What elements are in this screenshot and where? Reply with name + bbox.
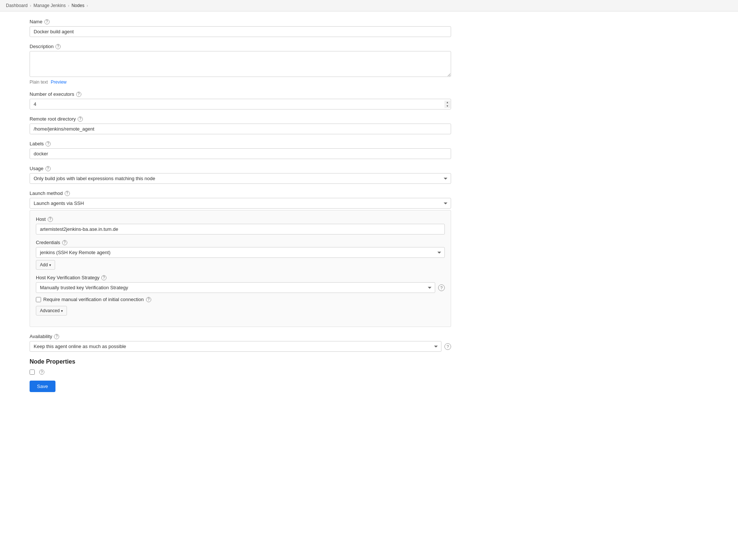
labels-help-icon[interactable]: ?: [45, 141, 51, 146]
breadcrumb-sep-3: ›: [87, 3, 88, 8]
node-properties-title: Node Properties: [30, 358, 451, 365]
executors-spinners: ▲ ▼: [444, 101, 450, 108]
host-key-select-row: Manually trusted key Verification Strate…: [36, 282, 445, 293]
host-label: Host: [36, 216, 46, 222]
name-label: Name: [30, 19, 43, 24]
credentials-select-wrapper: jenkins (SSH Key Remote agent): [36, 247, 445, 258]
usage-label-row: Usage ?: [30, 166, 451, 171]
save-button[interactable]: Save: [30, 381, 55, 392]
remote-root-label-row: Remote root directory ?: [30, 116, 451, 122]
executors-input[interactable]: [30, 99, 451, 109]
labels-label: Labels: [30, 141, 44, 146]
host-key-select[interactable]: Manually trusted key Verification Strate…: [36, 282, 435, 293]
executors-up[interactable]: ▲: [444, 101, 450, 104]
breadcrumb-dashboard[interactable]: Dashboard: [6, 3, 28, 8]
ssh-section: Host ? Credentials ? jenkins (SSH Key Re…: [30, 210, 451, 327]
host-key-extra-help-icon[interactable]: ?: [438, 284, 445, 291]
host-group: Host ?: [36, 216, 445, 235]
remote-root-help-icon[interactable]: ?: [78, 117, 83, 122]
availability-help-icon[interactable]: ?: [54, 334, 59, 339]
executors-help-icon[interactable]: ?: [76, 92, 81, 97]
description-label-row: Description ?: [30, 44, 451, 49]
launch-method-select-wrapper: Launch agents via SSH Launch agent by co…: [30, 198, 451, 209]
add-button-label: Add: [40, 262, 48, 267]
breadcrumb-manage-jenkins[interactable]: Manage Jenkins: [33, 3, 65, 8]
text-format-links: Plain text Preview: [30, 80, 451, 85]
host-key-label: Host Key Verification Strategy: [36, 275, 99, 280]
remote-root-group: Remote root directory ?: [30, 116, 451, 134]
require-manual-wrapper: Require manual verification of initial c…: [36, 297, 445, 302]
host-key-label-row: Host Key Verification Strategy ?: [36, 275, 445, 280]
require-manual-checkbox[interactable]: [36, 297, 41, 302]
preview-link[interactable]: Preview: [51, 80, 67, 85]
availability-label-row: Availability ?: [30, 334, 451, 339]
executors-label-row: Number of executors ?: [30, 91, 451, 97]
executors-down[interactable]: ▼: [444, 104, 450, 108]
host-help-icon[interactable]: ?: [48, 217, 53, 222]
usage-help-icon[interactable]: ?: [45, 166, 51, 171]
usage-select[interactable]: Only build jobs with label expressions m…: [30, 173, 451, 184]
labels-input[interactable]: [30, 148, 451, 159]
name-help-icon[interactable]: ?: [44, 19, 50, 24]
host-input[interactable]: [36, 224, 445, 235]
credentials-label-row: Credentials ?: [36, 240, 445, 245]
main-content: Name ? Description ? Plain text Preview …: [0, 11, 481, 407]
availability-select-wrapper: Keep this agent online as much as possib…: [30, 341, 441, 352]
add-credentials-button[interactable]: Add ▾: [36, 260, 55, 270]
description-label: Description: [30, 44, 54, 49]
launch-method-label-row: Launch method ?: [30, 190, 451, 196]
advanced-arrow: ▾: [61, 309, 63, 313]
host-key-help-icon[interactable]: ?: [101, 275, 106, 280]
name-input[interactable]: [30, 26, 451, 37]
name-label-row: Name ?: [30, 19, 451, 24]
availability-select[interactable]: Keep this agent online as much as possib…: [30, 341, 441, 352]
usage-group: Usage ? Only build jobs with label expre…: [30, 166, 451, 184]
launch-method-label: Launch method: [30, 190, 63, 196]
add-button-arrow: ▾: [49, 263, 51, 267]
breadcrumb-nodes[interactable]: Nodes: [71, 3, 84, 8]
executors-group: Number of executors ? ▲ ▼: [30, 91, 451, 109]
usage-select-wrapper: Only build jobs with label expressions m…: [30, 173, 451, 184]
remote-root-input[interactable]: [30, 124, 451, 134]
executors-label: Number of executors: [30, 91, 74, 97]
launch-method-help-icon[interactable]: ?: [65, 191, 70, 196]
usage-label: Usage: [30, 166, 44, 171]
launch-method-group: Launch method ? Launch agents via SSH La…: [30, 190, 451, 327]
breadcrumb-sep-1: ›: [30, 3, 31, 8]
labels-label-row: Labels ?: [30, 141, 451, 146]
remote-root-label: Remote root directory: [30, 116, 76, 122]
credentials-select[interactable]: jenkins (SSH Key Remote agent): [36, 247, 445, 258]
availability-label: Availability: [30, 334, 52, 339]
node-props-checkbox-row: ?: [30, 370, 451, 375]
node-properties-section: Node Properties ?: [30, 358, 451, 375]
credentials-group: Credentials ? jenkins (SSH Key Remote ag…: [36, 240, 445, 270]
node-props-help-icon[interactable]: ?: [39, 370, 44, 375]
description-group: Description ? Plain text Preview: [30, 44, 451, 85]
breadcrumb-sep-2: ›: [68, 3, 70, 8]
host-key-select-wrapper: Manually trusted key Verification Strate…: [36, 282, 435, 293]
node-props-checkbox[interactable]: [30, 370, 35, 375]
executors-wrapper: ▲ ▼: [30, 99, 451, 109]
require-manual-label: Require manual verification of initial c…: [43, 297, 144, 302]
availability-select-row: Keep this agent online as much as possib…: [30, 341, 451, 352]
description-help-icon[interactable]: ?: [55, 44, 61, 49]
advanced-label: Advanced: [40, 308, 60, 313]
name-group: Name ?: [30, 19, 451, 37]
credentials-help-icon[interactable]: ?: [62, 240, 67, 245]
description-textarea[interactable]: [30, 51, 451, 77]
host-key-group: Host Key Verification Strategy ? Manuall…: [36, 275, 445, 316]
host-label-row: Host ?: [36, 216, 445, 222]
labels-group: Labels ?: [30, 141, 451, 159]
plain-text-label: Plain text: [30, 80, 48, 85]
breadcrumb: Dashboard › Manage Jenkins › Nodes ›: [0, 0, 738, 11]
require-manual-help-icon[interactable]: ?: [146, 297, 151, 302]
credentials-label: Credentials: [36, 240, 60, 245]
availability-extra-help-icon[interactable]: ?: [444, 343, 451, 350]
availability-group: Availability ? Keep this agent online as…: [30, 334, 451, 352]
advanced-button[interactable]: Advanced ▾: [36, 306, 67, 316]
launch-method-select[interactable]: Launch agents via SSH Launch agent by co…: [30, 198, 451, 209]
